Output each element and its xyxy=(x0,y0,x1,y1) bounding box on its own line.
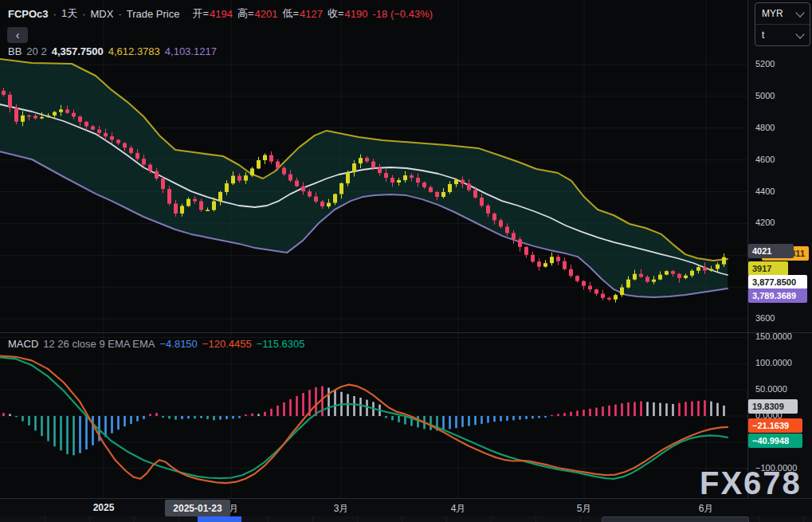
open-value: 4194 xyxy=(210,8,233,20)
collapsed-panel-edge[interactable] xyxy=(602,516,749,522)
unit-value: t xyxy=(762,29,764,41)
macd-hist-value: −4.8150 xyxy=(159,338,197,350)
close-label: 收= xyxy=(328,6,344,21)
strip-cell xyxy=(268,516,269,522)
bottom-scroll-strip[interactable] xyxy=(0,516,812,522)
price-badge: 3917 xyxy=(748,261,788,276)
axis-label: 5200 xyxy=(755,59,775,69)
price-badge: −40.9948 xyxy=(748,434,802,448)
time-axis-label: 2025 xyxy=(93,502,115,513)
price-badge: 3,789.3689 xyxy=(748,288,807,303)
strip-cell xyxy=(580,516,582,522)
chevron-left-icon: ‹ xyxy=(16,29,20,41)
separator-dot: · xyxy=(53,8,57,20)
watermark-text: FX678 xyxy=(700,467,802,499)
back-button[interactable]: ‹ xyxy=(7,27,28,43)
high-value: 4201 xyxy=(255,8,278,20)
low-value: 4127 xyxy=(300,8,323,20)
strip-cell xyxy=(89,516,91,522)
low-label: 低= xyxy=(282,6,299,21)
separator-dot: · xyxy=(82,8,85,20)
symbol-header: FCPOc3 · 1天 · MDX · Trade Price 开=4194 高… xyxy=(8,6,433,21)
currency-value: MYR xyxy=(762,8,783,19)
axis-label: 4400 xyxy=(755,186,775,196)
series-type-label: Trade Price xyxy=(127,8,180,20)
time-axis-label: 3月 xyxy=(334,502,349,516)
open-label: 开= xyxy=(192,6,209,21)
axis-label: 3600 xyxy=(755,313,775,323)
bb-indicator-row: BB 20 2 4,357.7500 4,612.3783 4,103.1217 xyxy=(8,45,217,57)
symbol-name[interactable]: FCPOc3 xyxy=(8,8,49,20)
time-axis-label: 5月 xyxy=(577,502,592,516)
strip-cell xyxy=(491,516,492,522)
axis-label: 4800 xyxy=(755,123,775,132)
time-axis-label: 6月 xyxy=(699,502,714,516)
strip-cell xyxy=(803,516,805,522)
price-badge: 19.8309 xyxy=(748,399,798,414)
bb-params: 20 2 xyxy=(26,45,46,57)
bb-upper-value: 4,612.3783 xyxy=(108,45,160,57)
bb-lower-value: 4,103.1217 xyxy=(165,45,217,57)
macd-indicator-row: MACD 12 26 close 9 EMA EMA −4.8150 −120.… xyxy=(8,338,305,350)
macd-line-value: −120.4455 xyxy=(202,338,252,350)
bb-title[interactable]: BB xyxy=(8,45,22,57)
strip-cell xyxy=(45,516,46,522)
close-value: 4190 xyxy=(345,8,368,20)
strip-cell xyxy=(357,516,359,522)
axis-label: 50.0000 xyxy=(755,384,787,394)
macd-params: 12 26 close 9 EMA EMA xyxy=(43,338,155,350)
exchange-label: MDX xyxy=(91,8,114,20)
trading-chart-app: FCPOc3 · 1天 · MDX · Trade Price 开=4194 高… xyxy=(0,0,812,522)
strip-cell xyxy=(312,516,314,522)
macd-title[interactable]: MACD xyxy=(8,338,38,350)
axis-label: 5000 xyxy=(755,91,775,100)
strip-cell xyxy=(759,516,760,522)
axis-label: 100.0000 xyxy=(755,358,792,367)
separator-dot: · xyxy=(118,8,121,20)
high-label: 高= xyxy=(237,6,254,21)
currency-dropdown[interactable]: MYR xyxy=(755,3,810,24)
axis-label: 150.0000 xyxy=(755,332,792,341)
interval-label[interactable]: 1天 xyxy=(61,6,77,21)
strip-cell xyxy=(134,516,135,522)
change-value: -18 (−0.43%) xyxy=(373,8,433,20)
chevron-down-icon xyxy=(795,29,804,38)
scrollbar-thumb[interactable] xyxy=(198,516,241,522)
crosshair-date-tooltip: 2025-01-23 xyxy=(165,500,230,516)
time-axis-label: 4月 xyxy=(451,502,466,516)
price-badge: 3,877.8500 xyxy=(748,275,807,289)
strip-cell xyxy=(446,516,448,522)
currency-unit-box: MYR t xyxy=(755,2,810,46)
pane-separator[interactable] xyxy=(0,332,812,333)
strip-cell xyxy=(178,516,180,522)
strip-cell xyxy=(402,516,403,522)
axis-label: 4600 xyxy=(755,155,775,164)
price-badge: 4021 xyxy=(748,244,794,258)
bb-basis-value: 4,357.7500 xyxy=(52,45,104,57)
axis-label: 4200 xyxy=(755,218,775,227)
time-axis[interactable]: 20252月3月4月5月6月2025-01-23 xyxy=(0,498,812,517)
unit-dropdown[interactable]: t xyxy=(755,24,810,45)
chevron-down-icon xyxy=(795,8,804,17)
price-badge: −21.1639 xyxy=(748,418,802,433)
strip-cell xyxy=(535,516,537,522)
macd-signal-value: −115.6305 xyxy=(257,338,305,350)
chart-svg[interactable] xyxy=(0,0,747,498)
